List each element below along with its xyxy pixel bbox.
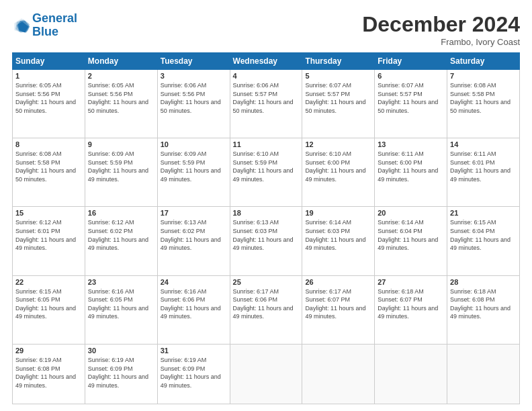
calendar-cell: 3Sunrise: 6:06 AMSunset: 5:56 PMDaylight… xyxy=(157,70,230,138)
calendar-table: SundayMondayTuesdayWednesdayThursdayFrid… xyxy=(12,52,520,404)
calendar-cell: 13Sunrise: 6:11 AMSunset: 6:00 PMDayligh… xyxy=(375,138,447,207)
calendar-cell: 4Sunrise: 6:06 AMSunset: 5:57 PMDaylight… xyxy=(230,70,302,138)
col-header-tuesday: Tuesday xyxy=(157,53,230,70)
calendar-week-5: 29Sunrise: 6:19 AMSunset: 6:08 PMDayligh… xyxy=(13,344,520,404)
calendar-cell: 28Sunrise: 6:18 AMSunset: 6:08 PMDayligh… xyxy=(447,275,520,344)
col-header-thursday: Thursday xyxy=(302,53,375,70)
calendar-cell: 14Sunrise: 6:11 AMSunset: 6:01 PMDayligh… xyxy=(447,138,520,207)
calendar-cell: 1Sunrise: 6:05 AMSunset: 5:56 PMDaylight… xyxy=(13,70,85,138)
calendar-cell: 31Sunrise: 6:19 AMSunset: 6:09 PMDayligh… xyxy=(157,344,230,404)
calendar-cell: 2Sunrise: 6:05 AMSunset: 5:56 PMDaylight… xyxy=(85,70,157,138)
calendar-cell: 9Sunrise: 6:09 AMSunset: 5:59 PMDaylight… xyxy=(85,138,157,207)
calendar-cell: 6Sunrise: 6:07 AMSunset: 5:57 PMDaylight… xyxy=(375,70,447,138)
calendar-cell xyxy=(375,344,447,404)
col-header-wednesday: Wednesday xyxy=(230,53,302,70)
col-header-friday: Friday xyxy=(375,53,447,70)
calendar-cell: 21Sunrise: 6:15 AMSunset: 6:04 PMDayligh… xyxy=(447,207,520,275)
logo-icon xyxy=(12,16,31,35)
col-header-saturday: Saturday xyxy=(447,53,520,70)
page: General Blue December 2024 Frambo, Ivory… xyxy=(0,0,532,411)
calendar-week-2: 8Sunrise: 6:08 AMSunset: 5:58 PMDaylight… xyxy=(13,138,520,207)
calendar-cell: 5Sunrise: 6:07 AMSunset: 5:57 PMDaylight… xyxy=(302,70,375,138)
calendar-cell: 16Sunrise: 6:12 AMSunset: 6:02 PMDayligh… xyxy=(85,207,157,275)
calendar-cell: 29Sunrise: 6:19 AMSunset: 6:08 PMDayligh… xyxy=(13,344,85,404)
logo-blue: Blue xyxy=(32,26,77,39)
calendar-cell: 7Sunrise: 6:08 AMSunset: 5:58 PMDaylight… xyxy=(447,70,520,138)
header: General Blue December 2024 Frambo, Ivory… xyxy=(12,12,520,47)
calendar-cell: 17Sunrise: 6:13 AMSunset: 6:02 PMDayligh… xyxy=(157,207,230,275)
calendar-cell: 8Sunrise: 6:08 AMSunset: 5:58 PMDaylight… xyxy=(13,138,85,207)
calendar-cell xyxy=(230,344,302,404)
calendar-cell: 25Sunrise: 6:17 AMSunset: 6:06 PMDayligh… xyxy=(230,275,302,344)
col-header-monday: Monday xyxy=(85,53,157,70)
calendar-header-row: SundayMondayTuesdayWednesdayThursdayFrid… xyxy=(13,53,520,70)
calendar-cell: 23Sunrise: 6:16 AMSunset: 6:05 PMDayligh… xyxy=(85,275,157,344)
calendar-cell: 27Sunrise: 6:18 AMSunset: 6:07 PMDayligh… xyxy=(375,275,447,344)
calendar-cell: 12Sunrise: 6:10 AMSunset: 6:00 PMDayligh… xyxy=(302,138,375,207)
calendar-cell: 11Sunrise: 6:10 AMSunset: 5:59 PMDayligh… xyxy=(230,138,302,207)
col-header-sunday: Sunday xyxy=(13,53,85,70)
calendar-cell: 15Sunrise: 6:12 AMSunset: 6:01 PMDayligh… xyxy=(13,207,85,275)
calendar-cell: 26Sunrise: 6:17 AMSunset: 6:07 PMDayligh… xyxy=(302,275,375,344)
calendar-cell: 10Sunrise: 6:09 AMSunset: 5:59 PMDayligh… xyxy=(157,138,230,207)
calendar-cell: 20Sunrise: 6:14 AMSunset: 6:04 PMDayligh… xyxy=(375,207,447,275)
calendar-week-4: 22Sunrise: 6:15 AMSunset: 6:05 PMDayligh… xyxy=(13,275,520,344)
calendar-cell: 19Sunrise: 6:14 AMSunset: 6:03 PMDayligh… xyxy=(302,207,375,275)
calendar-cell: 22Sunrise: 6:15 AMSunset: 6:05 PMDayligh… xyxy=(13,275,85,344)
calendar-cell: 30Sunrise: 6:19 AMSunset: 6:09 PMDayligh… xyxy=(85,344,157,404)
calendar-cell: 24Sunrise: 6:16 AMSunset: 6:06 PMDayligh… xyxy=(157,275,230,344)
calendar-cell xyxy=(302,344,375,404)
calendar-week-3: 15Sunrise: 6:12 AMSunset: 6:01 PMDayligh… xyxy=(13,207,520,275)
calendar-cell: 18Sunrise: 6:13 AMSunset: 6:03 PMDayligh… xyxy=(230,207,302,275)
title-block: December 2024 Frambo, Ivory Coast xyxy=(362,12,520,47)
logo-text: General Blue xyxy=(32,12,77,39)
month-title: December 2024 xyxy=(362,12,520,37)
logo: General Blue xyxy=(12,12,77,39)
logo-general: General xyxy=(32,11,77,25)
location: Frambo, Ivory Coast xyxy=(362,37,520,47)
calendar-cell xyxy=(447,344,520,404)
calendar-week-1: 1Sunrise: 6:05 AMSunset: 5:56 PMDaylight… xyxy=(13,70,520,138)
